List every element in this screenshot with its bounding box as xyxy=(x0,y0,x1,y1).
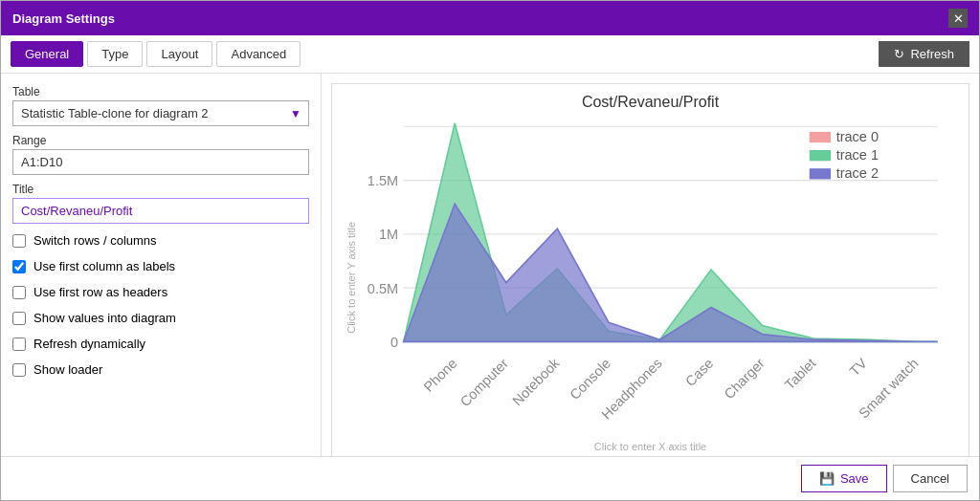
refresh-dyn-checkbox[interactable] xyxy=(12,338,26,351)
chart-inner: 0 0.5M 1M 1.5M Phone Computer Notebook xyxy=(361,116,959,439)
title-bar: Diagram Settings ✕ xyxy=(1,1,979,35)
switch-rows-label: Switch rows / columns xyxy=(33,233,157,248)
table-field: Table Statistic Table-clone for diagram … xyxy=(12,85,309,126)
table-select[interactable]: Statistic Table-clone for diagram 2 xyxy=(12,100,309,126)
refresh-dyn-checkbox-row[interactable]: Refresh dynamically xyxy=(12,335,309,353)
svg-text:trace 2: trace 2 xyxy=(836,165,879,181)
svg-text:1.5M: 1.5M xyxy=(368,173,398,188)
refresh-icon: ↻ xyxy=(894,47,904,61)
chart-title: Cost/Revaneu/Profit xyxy=(582,94,719,111)
show-values-checkbox[interactable] xyxy=(12,312,26,325)
svg-text:TV: TV xyxy=(847,355,871,379)
footer: 💾 Save Cancel xyxy=(1,456,979,500)
use-first-row-label: Use first row as headers xyxy=(33,285,167,299)
close-button[interactable]: ✕ xyxy=(948,9,968,28)
tab-advanced[interactable]: Advanced xyxy=(216,41,301,67)
show-loader-label: Show loader xyxy=(33,362,102,377)
svg-text:Tablet: Tablet xyxy=(782,356,819,393)
svg-text:trace 0: trace 0 xyxy=(836,129,879,144)
use-first-row-checkbox-row[interactable]: Use first row as headers xyxy=(12,283,309,301)
refresh-label: Refresh xyxy=(910,47,954,61)
chart-svg: 0 0.5M 1M 1.5M Phone Computer Notebook xyxy=(361,116,959,439)
show-values-checkbox-row[interactable]: Show values into diagram xyxy=(12,309,309,327)
svg-text:Charger: Charger xyxy=(722,356,768,403)
show-loader-checkbox-row[interactable]: Show loader xyxy=(12,360,309,379)
save-button[interactable]: 💾 Save xyxy=(801,465,887,492)
save-icon: 💾 xyxy=(819,471,835,486)
right-panel: Cost/Revaneu/Profit Click to enter Y axi… xyxy=(322,74,979,456)
svg-text:Case: Case xyxy=(682,356,716,390)
svg-rect-25 xyxy=(810,168,831,179)
tabs-bar: General Type Layout Advanced ↻ Refresh xyxy=(1,35,979,74)
close-icon: ✕ xyxy=(953,11,964,26)
svg-text:trace 1: trace 1 xyxy=(836,147,879,163)
main-content: Table Statistic Table-clone for diagram … xyxy=(1,74,979,456)
show-loader-checkbox[interactable] xyxy=(12,363,26,377)
range-field: Range xyxy=(12,134,309,175)
show-values-label: Show values into diagram xyxy=(33,311,176,325)
range-label: Range xyxy=(12,134,309,147)
y-axis-label[interactable]: Click to enter Y axis title xyxy=(342,116,361,439)
tab-general[interactable]: General xyxy=(11,41,83,67)
svg-text:0.5M: 0.5M xyxy=(368,281,398,296)
svg-text:Notebook: Notebook xyxy=(509,355,563,408)
svg-text:1M: 1M xyxy=(379,227,398,242)
title-input[interactable] xyxy=(12,198,309,224)
refresh-button[interactable]: ↻ Refresh xyxy=(879,41,969,67)
chart-container: Cost/Revaneu/Profit Click to enter Y axi… xyxy=(331,83,969,456)
dialog-title: Diagram Settings xyxy=(12,11,115,26)
svg-marker-10 xyxy=(404,204,938,341)
x-axis-label[interactable]: Click to enter X axis title xyxy=(594,441,706,452)
svg-text:Console: Console xyxy=(567,356,613,403)
range-input[interactable] xyxy=(12,149,309,175)
table-select-wrapper: Statistic Table-clone for diagram 2 ▼ xyxy=(12,100,309,126)
tab-type[interactable]: Type xyxy=(87,41,143,67)
svg-text:0: 0 xyxy=(390,335,398,350)
save-label: Save xyxy=(840,471,869,486)
use-first-row-checkbox[interactable] xyxy=(12,286,26,299)
svg-text:Computer: Computer xyxy=(457,356,511,410)
cancel-button[interactable]: Cancel xyxy=(893,465,968,492)
use-first-col-checkbox[interactable] xyxy=(12,260,26,273)
chart-area: Click to enter Y axis title 0 0.5M xyxy=(342,116,959,439)
table-label: Table xyxy=(12,85,309,98)
tab-layout[interactable]: Layout xyxy=(146,41,212,67)
use-first-col-label: Use first column as labels xyxy=(33,259,175,273)
refresh-dyn-label: Refresh dynamically xyxy=(33,337,145,351)
diagram-settings-dialog: Diagram Settings ✕ General Type Layout A… xyxy=(0,0,980,501)
title-field: Title xyxy=(12,183,309,224)
switch-rows-checkbox[interactable] xyxy=(12,234,26,248)
switch-rows-checkbox-row[interactable]: Switch rows / columns xyxy=(12,231,309,250)
svg-rect-23 xyxy=(810,150,831,161)
left-panel: Table Statistic Table-clone for diagram … xyxy=(1,74,322,456)
svg-text:Phone: Phone xyxy=(421,356,460,395)
use-first-col-checkbox-row[interactable]: Use first column as labels xyxy=(12,257,309,275)
svg-rect-21 xyxy=(810,132,831,142)
title-label: Title xyxy=(12,183,309,196)
cancel-label: Cancel xyxy=(911,471,949,486)
